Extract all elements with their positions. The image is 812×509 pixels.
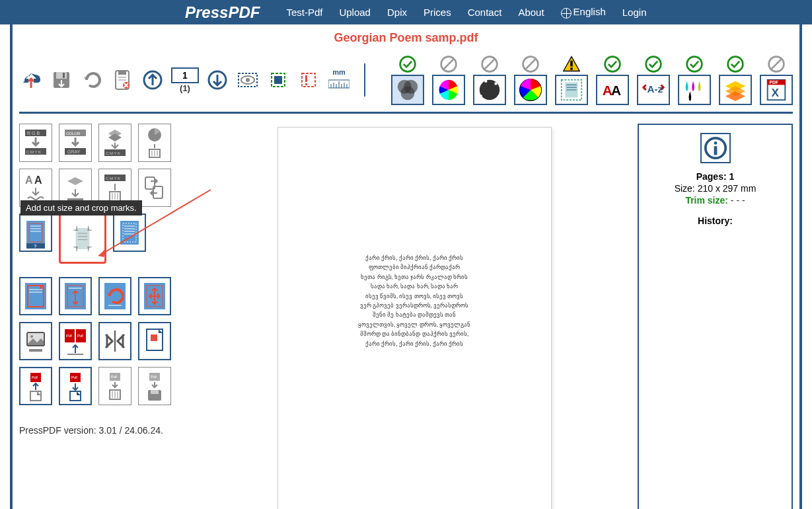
svg-text:Pdf: Pdf — [151, 375, 157, 379]
svg-text:Pdf: Pdf — [111, 375, 117, 379]
page-input[interactable] — [171, 67, 199, 83]
svg-rect-35 — [480, 80, 482, 83]
tool-resize-vertical[interactable] — [59, 277, 92, 315]
status-fonts[interactable]: AA — [596, 55, 629, 105]
svg-rect-151 — [151, 390, 159, 394]
upload-button[interactable] — [19, 68, 43, 92]
svg-text:PDF: PDF — [770, 80, 778, 85]
svg-point-12 — [246, 78, 250, 82]
svg-point-26 — [400, 57, 416, 72]
svg-text:C M Y K: C M Y K — [26, 150, 41, 154]
mm-ruler-button[interactable]: mm — [327, 68, 351, 92]
svg-text:COLOR: COLOR — [66, 132, 81, 136]
poem-text: ქარი ქრის, ქარი ქრის, ქარი ქრის ფოთლები … — [318, 253, 511, 348]
svg-rect-155 — [714, 146, 717, 155]
info-trim: Trim size: - - - — [647, 195, 784, 206]
svg-rect-37 — [495, 83, 498, 85]
tool-rotate[interactable] — [98, 277, 131, 315]
svg-point-29 — [401, 86, 415, 100]
svg-rect-43 — [570, 67, 573, 70]
svg-text:A-z: A-z — [647, 83, 663, 95]
svg-line-40 — [525, 59, 536, 69]
svg-text:A: A — [611, 83, 621, 98]
page-preview[interactable]: ქარი ქრის, ქარი ქრის, ქარი ქრის ფოთლები … — [277, 127, 552, 509]
alert-select-button[interactable] — [297, 68, 320, 92]
svg-rect-138 — [30, 391, 41, 401]
right-border — [799, 24, 802, 509]
tool-pdf-insert[interactable]: Pdf — [19, 367, 52, 405]
clear-button[interactable] — [110, 68, 134, 92]
svg-rect-15 — [302, 73, 315, 87]
status-colorwheel[interactable] — [432, 55, 465, 105]
info-pages: Pages: 1 — [647, 171, 784, 182]
next-page-button[interactable] — [205, 68, 229, 92]
nav-login[interactable]: Login — [622, 7, 647, 18]
tool-delete-profile[interactable] — [138, 124, 171, 162]
toolbar-divider — [364, 63, 365, 97]
nav-dpix[interactable]: Dpix — [387, 7, 407, 18]
svg-rect-36 — [484, 80, 487, 83]
svg-line-33 — [484, 59, 495, 69]
svg-text:C M Y K: C M Y K — [106, 151, 120, 155]
undo-button[interactable] — [80, 68, 104, 92]
status-text[interactable]: A-z — [637, 55, 670, 105]
status-inks[interactable] — [678, 55, 711, 105]
tool-crop-lines[interactable] — [113, 214, 146, 252]
svg-text:C M Y K: C M Y K — [106, 176, 120, 180]
nav-contact[interactable]: Contact — [468, 7, 502, 18]
page-total: (1) — [171, 83, 199, 93]
tool-add-crop-marks[interactable] — [59, 214, 106, 264]
tool-crop-query[interactable]: Add cut size and crop marks. ? — [19, 214, 52, 252]
svg-text:Pdf: Pdf — [77, 334, 83, 338]
tool-pdf-save[interactable]: Pdf — [138, 367, 171, 405]
nav-test-pdf[interactable]: Test-Pdf — [286, 7, 322, 18]
nav-prices[interactable]: Prices — [424, 7, 451, 18]
page-input-wrap: (1) — [171, 67, 199, 93]
app-logo[interactable]: PressPDF — [185, 3, 260, 22]
nav-language[interactable]: English — [561, 6, 606, 18]
svg-rect-2 — [63, 73, 65, 78]
svg-text:GRAY: GRAY — [67, 149, 81, 154]
tool-color-to-gray[interactable]: COLORGRAY — [59, 124, 92, 162]
preview-panel: ქარი ქრის, ქარი ქრის, ქარი ქრის ფოთლები … — [201, 124, 628, 509]
prev-page-button[interactable] — [141, 68, 165, 92]
nav-about[interactable]: About — [518, 7, 544, 18]
tool-resize-all[interactable] — [138, 277, 171, 315]
tool-pdf-extract[interactable]: Pdf — [59, 367, 92, 405]
status-trimbox[interactable] — [555, 55, 588, 105]
svg-text:Pdf: Pdf — [66, 334, 72, 338]
preview-button[interactable] — [236, 68, 260, 92]
save-button[interactable] — [50, 68, 73, 92]
status-colorprofile[interactable] — [514, 55, 547, 105]
status-colorspace[interactable] — [391, 55, 424, 105]
svg-rect-128 — [29, 349, 42, 352]
status-resolution[interactable] — [473, 55, 506, 105]
status-layers[interactable] — [719, 55, 752, 105]
select-button[interactable] — [266, 68, 290, 92]
tool-convert-cmyk[interactable]: C M Y K — [98, 124, 131, 162]
tool-pdf-split[interactable]: PdfPdf — [59, 322, 92, 360]
tool-pdf-delete[interactable]: Pdf — [98, 367, 131, 405]
info-history: History: — [647, 215, 784, 226]
svg-point-55 — [728, 57, 743, 72]
svg-text:Pdf: Pdf — [71, 375, 77, 379]
tool-copy-pages[interactable] — [138, 169, 171, 207]
tooltip: Add cut size and crop marks. — [20, 200, 142, 215]
tool-crop-cut[interactable] — [19, 277, 52, 315]
globe-icon — [561, 8, 572, 19]
nav-upload[interactable]: Upload — [339, 7, 371, 18]
svg-text:A: A — [34, 175, 42, 186]
svg-rect-95 — [76, 228, 90, 249]
svg-line-31 — [443, 59, 454, 69]
tool-image[interactable] — [19, 322, 52, 360]
status-pdfx[interactable]: PDFX — [760, 55, 793, 105]
svg-line-57 — [771, 59, 782, 69]
tool-rgb-to-cmyk[interactable]: R G BC M Y K — [19, 124, 52, 162]
tool-compress[interactable] — [98, 322, 131, 360]
version-label: PressPDF version: 3.01 / 24.06.24. — [19, 425, 191, 436]
tool-place-image[interactable] — [138, 322, 171, 360]
info-size: Size: 210 x 297 mm — [647, 183, 784, 194]
tools-panel: R G BC M Y K COLORGRAY C M Y K AA C M Y … — [19, 124, 191, 509]
svg-rect-1 — [56, 72, 67, 79]
svg-point-54 — [687, 57, 702, 72]
